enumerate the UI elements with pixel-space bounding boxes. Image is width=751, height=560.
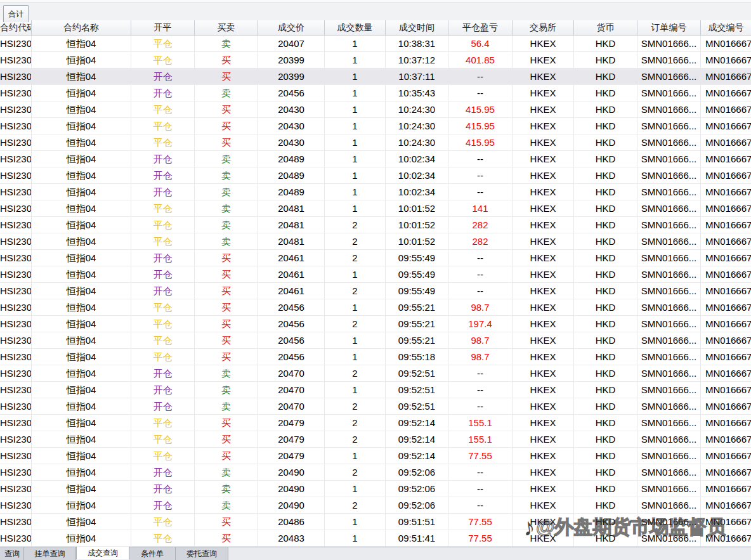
cell-trade_no: MN016667	[701, 349, 751, 365]
cell-bs: 买	[195, 431, 258, 447]
cell-trade_no: MN016667	[701, 497, 751, 513]
column-header-price[interactable]: 成交价	[258, 20, 325, 35]
table-row[interactable]: HSI2304恒指04开仓卖20490109:52:06--HKEXHKDSMN…	[0, 481, 751, 497]
column-header-time[interactable]: 成交时间	[386, 20, 448, 35]
cell-name: 恒指04	[32, 514, 131, 530]
cell-code: HSI2304	[0, 299, 32, 315]
cell-pnl: --	[448, 250, 513, 266]
cell-time: 09:52:14	[386, 415, 448, 431]
cell-order_no: SMN01666...	[637, 118, 701, 134]
cell-currency: HKD	[574, 233, 637, 249]
cell-oc: 平仓	[131, 118, 195, 134]
cell-bs: 买	[195, 101, 258, 117]
cell-trade_no: MN016667	[701, 233, 751, 249]
cell-code: HSI2304	[0, 530, 32, 546]
table-row[interactable]: HSI2304恒指04开仓买20461209:55:49--HKEXHKDSMN…	[0, 283, 751, 299]
cell-exchange: HKEX	[513, 200, 574, 216]
table-row[interactable]: HSI2304恒指04平仓买20399110:37:12401.85HKEXHK…	[0, 52, 751, 68]
table-row[interactable]: HSI2304恒指04平仓卖20481110:01:52141HKEXHKDSM…	[0, 200, 751, 217]
cell-time: 09:55:21	[386, 332, 448, 348]
cell-price: 20456	[258, 299, 325, 315]
cell-pnl: --	[448, 481, 513, 497]
cell-code: HSI2304	[0, 514, 32, 530]
bottom-tab-1[interactable]: 查询	[0, 547, 24, 560]
cell-price: 20456	[258, 85, 325, 101]
table-row[interactable]: HSI2304恒指04平仓买20430110:24:30415.95HKEXHK…	[0, 134, 751, 151]
cell-pnl: 415.95	[448, 101, 513, 117]
table-row[interactable]: HSI2304恒指04平仓卖20407110:38:3156.4HKEXHKDS…	[0, 36, 751, 52]
cell-price: 20461	[258, 266, 325, 282]
table-row[interactable]: HSI2304恒指04平仓买20486109:51:5177.55HKEXHKD…	[0, 514, 751, 530]
column-header-name[interactable]: 合约名称	[32, 20, 131, 35]
column-header-bs[interactable]: 买卖	[195, 20, 258, 35]
cell-currency: HKD	[574, 398, 637, 414]
table-row[interactable]: HSI2304恒指04开仓买20461109:55:49--HKEXHKDSMN…	[0, 266, 751, 283]
table-row[interactable]: HSI2304恒指04开仓卖20489110:02:34--HKEXHKDSMN…	[0, 151, 751, 167]
bottom-tab-5[interactable]: 委托查询	[176, 547, 228, 560]
cell-oc: 开仓	[131, 481, 195, 497]
table-row[interactable]: HSI2304恒指04平仓买20479109:52:1477.55HKEXHKD…	[0, 448, 751, 464]
cell-oc: 平仓	[131, 448, 195, 464]
cell-qty: 2	[325, 415, 386, 431]
table-row[interactable]: HSI2304恒指04平仓买20483109:51:4177.55HKEXHKD…	[0, 530, 751, 547]
table-row[interactable]: HSI2304恒指04开仓卖20470209:52:51--HKEXHKDSMN…	[0, 365, 751, 382]
table-row[interactable]: HSI2304恒指04平仓买20456209:55:21197.4HKEXHKD…	[0, 316, 751, 332]
table-row[interactable]: HSI2304恒指04开仓卖20489110:02:34--HKEXHKDSMN…	[0, 184, 751, 200]
cell-time: 09:55:21	[386, 299, 448, 315]
table-row[interactable]: HSI2304恒指04平仓买20456109:55:1898.7HKEXHKDS…	[0, 349, 751, 365]
column-header-order_no[interactable]: 订单编号	[637, 20, 701, 35]
cell-oc: 开仓	[131, 382, 195, 398]
summary-total-tab[interactable]: 合计	[3, 5, 29, 22]
bottom-tab-2[interactable]: 挂单查询	[24, 547, 76, 560]
column-header-trade_no[interactable]: 成交编号	[701, 20, 751, 35]
column-header-oc[interactable]: 开平	[131, 20, 195, 35]
column-header-pnl[interactable]: 平仓盈亏	[448, 20, 513, 35]
table-row[interactable]: HSI2304恒指04平仓卖20481210:01:52282HKEXHKDSM…	[0, 233, 751, 250]
table-row[interactable]: HSI2304恒指04平仓买20479209:52:14155.1HKEXHKD…	[0, 415, 751, 431]
cell-time: 09:51:41	[386, 530, 448, 546]
cell-name: 恒指04	[32, 398, 131, 414]
cell-bs: 卖	[195, 233, 258, 249]
table-row[interactable]: HSI2304恒指04开仓买20461209:55:49--HKEXHKDSMN…	[0, 250, 751, 266]
cell-currency: HKD	[574, 184, 637, 200]
table-row[interactable]: HSI2304恒指04平仓买20456109:55:2198.7HKEXHKDS…	[0, 299, 751, 316]
table-row[interactable]: HSI2304恒指04开仓卖20470109:52:51--HKEXHKDSMN…	[0, 382, 751, 398]
header-row: 合约代码合约名称开平买卖成交价成交数量成交时间平仓盈亏交易所货币订单编号成交编号	[0, 20, 751, 36]
cell-time: 09:55:49	[386, 283, 448, 299]
cell-trade_no: MN016667	[701, 167, 751, 183]
cell-trade_no: MN016667	[701, 514, 751, 530]
cell-bs: 买	[195, 415, 258, 431]
table-row[interactable]: HSI2304恒指04开仓卖20456110:35:43--HKEXHKDSMN…	[0, 85, 751, 101]
table-row[interactable]: HSI2304恒指04平仓买20430110:24:30415.95HKEXHK…	[0, 118, 751, 134]
cell-qty: 2	[325, 497, 386, 513]
table-row[interactable]: HSI2304恒指04开仓卖20489110:02:34--HKEXHKDSMN…	[0, 167, 751, 184]
bottom-tab-3[interactable]: 成交查询	[76, 547, 129, 559]
bottom-tab-4[interactable]: 条件单	[129, 547, 176, 560]
cell-bs: 买	[195, 448, 258, 464]
cell-code: HSI2304	[0, 101, 32, 117]
table-row[interactable]: HSI2304恒指04平仓买20430110:24:30415.95HKEXHK…	[0, 101, 751, 118]
table-row[interactable]: HSI2304恒指04平仓买20479209:52:14155.1HKEXHKD…	[0, 431, 751, 448]
cell-trade_no: MN016667	[701, 200, 751, 216]
table-row[interactable]: HSI2304恒指04平仓买20456109:55:2198.7HKEXHKDS…	[0, 332, 751, 349]
table-row[interactable]: HSI2304恒指04平仓卖20481210:01:52282HKEXHKDSM…	[0, 217, 751, 233]
column-header-qty[interactable]: 成交数量	[325, 20, 386, 35]
column-header-exchange[interactable]: 交易所	[513, 20, 574, 35]
cell-price: 20489	[258, 184, 325, 200]
column-header-currency[interactable]: 货币	[574, 20, 637, 35]
table-row[interactable]: HSI2304恒指04开仓买20399110:37:11--HKEXHKDSMN…	[0, 68, 751, 85]
cell-trade_no: MN016667	[701, 448, 751, 464]
table-row[interactable]: HSI2304恒指04开仓卖20490209:52:06--HKEXHKDSMN…	[0, 464, 751, 481]
cell-order_no: SMN01666...	[637, 514, 701, 530]
cell-exchange: HKEX	[513, 415, 574, 431]
cell-currency: HKD	[574, 382, 637, 398]
cell-name: 恒指04	[32, 316, 131, 332]
cell-time: 09:52:06	[386, 464, 448, 480]
bottom-tab-bar: 查询挂单查询成交查询条件单委托查询	[0, 547, 751, 560]
cell-price: 20399	[258, 52, 325, 68]
column-header-code[interactable]: 合约代码	[0, 20, 32, 35]
cell-oc: 平仓	[131, 415, 195, 431]
table-row[interactable]: HSI2304恒指04开仓卖20470209:52:51--HKEXHKDSMN…	[0, 398, 751, 415]
cell-code: HSI2304	[0, 134, 32, 150]
table-row[interactable]: HSI2304恒指04开仓卖20490209:52:06--HKEXHKDSMN…	[0, 497, 751, 514]
